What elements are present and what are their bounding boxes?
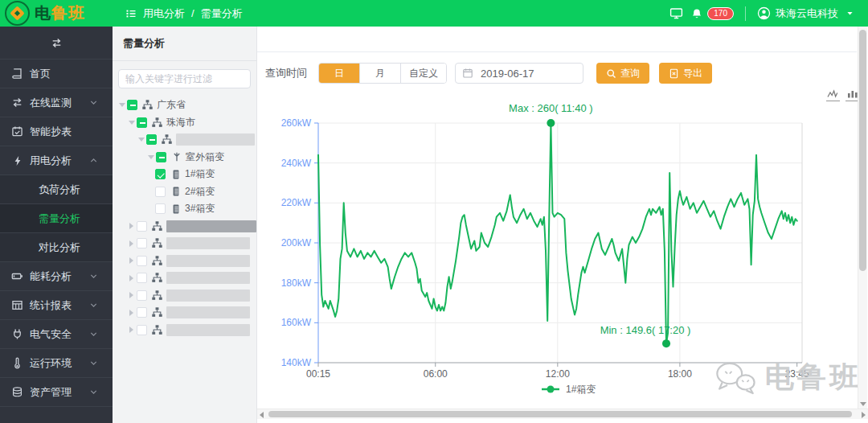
meter-icon [170,203,182,215]
query-toolbar: 查询时间 日月自定义 查询 导出 [265,63,712,84]
sidebar-item[interactable]: 统计报表 [0,291,113,320]
redacted-label [166,324,250,336]
tree-checkbox[interactable] [137,256,147,266]
user-avatar-icon [757,6,771,20]
breadcrumb-separator: / [191,7,194,19]
tree-node[interactable]: 珠海市 [113,114,256,132]
scroll-left-arrow[interactable] [260,412,264,418]
tree-collapse-caret-icon[interactable] [126,292,137,298]
tree-node[interactable] [113,322,256,339]
tree-checkbox[interactable] [137,117,147,128]
bell-icon[interactable] [691,7,702,19]
tree-node[interactable]: 室外箱变 [113,149,256,166]
vertical-scrollbar-thumb[interactable] [859,30,866,271]
breadcrumb-item[interactable]: 用电分析 [143,6,185,21]
main-content: 查询时间 日月自定义 查询 导出 140kW160kW180kW200kW220… [257,27,868,423]
tree-filter-input[interactable] [118,69,251,88]
legend-item[interactable]: 1#箱变 [542,384,596,395]
query-button[interactable]: 查询 [596,63,649,84]
tree-collapse-caret-icon[interactable] [126,257,137,264]
sidebar-nav: 首页在线监测智能抄表用电分析负荷分析需量分析对比分析能耗分析统计报表电气安全运行… [0,27,113,423]
sidebar-collapse-button[interactable] [0,27,113,60]
scroll-down-arrow[interactable] [860,402,866,406]
tree-collapse-caret-icon[interactable] [126,223,137,229]
tree-expand-caret-icon[interactable] [126,121,137,125]
tree-checkbox[interactable] [155,187,166,197]
horizontal-scrollbar[interactable] [257,409,868,419]
sidebar-item-label: 用电分析 [30,154,72,168]
sidebar-item[interactable]: 负荷分析 [0,175,113,204]
app-logo[interactable]: 电鲁班 [0,1,113,26]
tree-checkbox[interactable] [137,325,147,335]
range-option-button[interactable]: 月 [359,64,400,83]
tree-checkbox[interactable] [156,152,166,162]
tree-node[interactable]: 2#箱变 [113,183,256,201]
tree-node[interactable] [113,235,256,253]
date-picker[interactable] [455,63,583,84]
sidebar-item[interactable]: 资产管理 [0,378,113,407]
range-option-button[interactable]: 日 [319,64,359,83]
tree-expand-caret-icon[interactable] [117,103,127,107]
sidebar-menu: 首页在线监测智能抄表用电分析负荷分析需量分析对比分析能耗分析统计报表电气安全运行… [0,60,113,421]
tree-collapse-caret-icon[interactable] [126,326,137,333]
tree-node[interactable]: 3#箱变 [113,200,256,218]
range-option-button[interactable]: 自定义 [400,64,446,83]
tree-collapse-caret-icon[interactable] [126,310,137,316]
header-divider [745,6,746,21]
org-icon [151,117,163,129]
tree-collapse-caret-icon[interactable] [126,275,137,281]
tree-node[interactable] [113,131,256,149]
tree-node[interactable] [113,218,256,236]
tree-node[interactable]: 广东省 [113,97,256,114]
min-point-marker [662,339,670,347]
sidebar-item[interactable]: 用电分析 [0,146,113,175]
y-tick-label: 240kW [281,158,312,169]
logo-icon [5,1,30,26]
sidebar-item[interactable]: 需量分析 [0,204,113,233]
demand-line-chart[interactable]: 140kW160kW180kW200kW220kW240kW260kW00:15… [262,83,862,398]
tree-checkbox[interactable] [137,238,147,248]
tree-collapse-caret-icon[interactable] [126,240,137,247]
tree-checkbox[interactable] [127,100,137,110]
export-button[interactable]: 导出 [659,63,712,84]
tree-node[interactable] [113,253,256,270]
tree-node[interactable] [113,304,256,322]
tree-checkbox[interactable] [155,169,166,179]
tree-checkbox[interactable] [137,221,147,232]
horizontal-scrollbar-thumb[interactable] [268,411,852,417]
sidebar-item[interactable]: 能耗分析 [0,262,113,291]
sidebar-item[interactable]: 智能抄表 [0,117,113,146]
sidebar-item[interactable]: 运行环境 [0,349,113,378]
notification-badge[interactable]: 170 [707,7,734,20]
sidebar-item[interactable]: 在线监测 [0,88,113,117]
tree-checkbox[interactable] [146,134,157,145]
tree-checkbox[interactable] [137,290,147,301]
redacted-label [166,306,250,318]
x-tick-label: 18:00 [668,368,692,380]
tree-checkbox[interactable] [155,203,166,214]
sidebar-item[interactable]: 电气安全 [0,320,113,349]
tree-checkbox[interactable] [137,273,147,283]
tree-expand-caret-icon[interactable] [145,155,156,159]
tree-checkbox[interactable] [137,307,147,318]
chart-type-toggles [826,88,859,101]
redacted-label [166,237,250,249]
org-icon [151,324,163,336]
tree-expand-caret-icon[interactable] [136,138,146,142]
sidebar-item[interactable]: 对比分析 [0,233,113,262]
tree-node[interactable] [113,269,256,287]
tree-node[interactable]: 1#箱变 [113,166,256,183]
org-icon [141,99,154,111]
vertical-scrollbar[interactable] [858,27,867,409]
date-picker-input[interactable] [479,67,571,80]
account-menu[interactable]: 珠海云电科技 [757,6,857,21]
line-chart-toggle-icon[interactable] [826,88,840,101]
sidebar-item-label: 对比分析 [39,240,80,255]
scroll-right-arrow[interactable] [862,412,866,418]
org-icon [151,272,163,284]
tree-node[interactable] [113,287,256,305]
sidebar-item[interactable]: 首页 [0,60,113,88]
coins-icon [11,386,23,398]
monitor-icon[interactable] [669,7,683,19]
sidebar-item[interactable] [0,407,113,421]
